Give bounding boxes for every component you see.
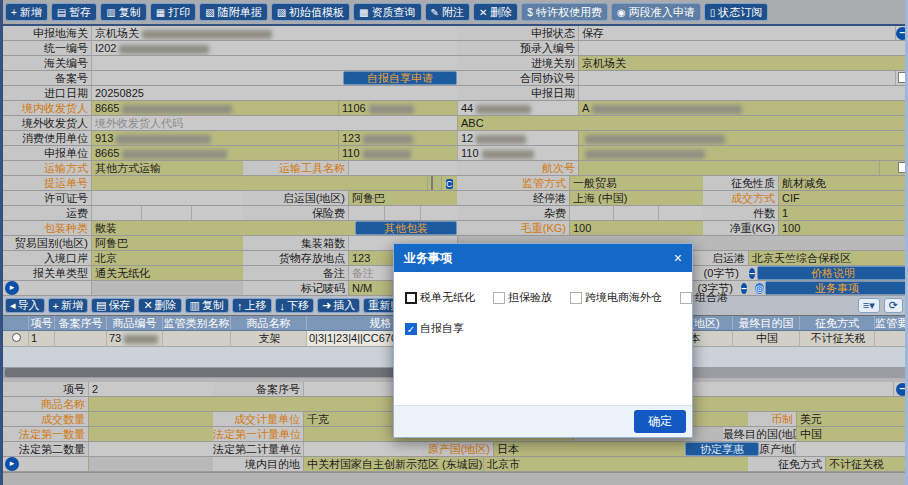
declare-unit-name-field[interactable]	[578, 146, 908, 160]
declare-customs-field[interactable]: 京机场关	[91, 26, 457, 40]
move-down-button[interactable]: ↓下移	[275, 298, 315, 313]
declare-date-field[interactable]	[578, 86, 908, 100]
domestic-party-code-field[interactable]: 8665	[91, 101, 338, 115]
copy-item-button[interactable]: ▥复制	[185, 298, 229, 313]
bill-checkbox[interactable]	[431, 176, 433, 190]
close-icon[interactable]: ×	[674, 250, 682, 266]
attached-docs-button[interactable]: ▧随附单据	[199, 3, 267, 21]
domestic-party-code2-field[interactable]: 1106	[338, 101, 457, 115]
depart-country-field[interactable]: 阿鲁巴	[348, 191, 457, 205]
dest-city-field[interactable]: 北京市	[483, 457, 748, 471]
crossborder-warehouse-checkbox[interactable]	[570, 292, 582, 304]
column-header[interactable]: 备案序号	[55, 316, 107, 330]
insert-button[interactable]: ➜插入	[317, 298, 360, 313]
insurance-field-2[interactable]	[384, 206, 420, 220]
transport-name-field[interactable]	[348, 161, 457, 175]
import-date-field[interactable]: 20250825	[91, 86, 457, 100]
copy-button[interactable]: ▥复制	[100, 3, 146, 21]
overseas-party-code-field[interactable]: 境外收发货人代码	[91, 116, 457, 130]
item-collapse-icon[interactable]: −	[896, 383, 908, 396]
save-item-button[interactable]: ▤保存	[91, 298, 135, 313]
refresh-button[interactable]: ⟳	[884, 298, 903, 313]
freight-field-3[interactable]	[191, 206, 243, 220]
collapse-icon[interactable]: −	[896, 27, 908, 40]
new-button[interactable]: +新增	[5, 3, 48, 21]
freight-field-2[interactable]	[141, 206, 191, 220]
item-no-field[interactable]: 2	[88, 382, 213, 396]
column-header[interactable]: 项号	[29, 316, 55, 330]
self-declare-apply-button[interactable]: 自报自享申请	[343, 71, 457, 85]
misc-fee-field-3[interactable]	[658, 206, 703, 220]
transport-mode-field[interactable]: 其他方式运输	[91, 161, 243, 175]
misc-fee-field-1[interactable]	[569, 206, 613, 220]
domestic-party-name-field[interactable]: A	[578, 101, 908, 115]
expand-icon[interactable]: ▸	[5, 281, 19, 295]
contract-checkbox[interactable]	[898, 72, 908, 83]
domestic-party-code3-field[interactable]: 44	[457, 101, 578, 115]
net-weight-field[interactable]: 100	[778, 221, 908, 235]
column-header[interactable]: 最终目的国	[733, 316, 800, 330]
unified-no-field[interactable]: I202	[91, 41, 457, 55]
voyage-checkbox[interactable]	[898, 162, 908, 173]
two-stage-access-button[interactable]: ◉两段准入申请	[611, 3, 701, 21]
consume-unit-name-field[interactable]	[578, 131, 908, 145]
supervise-mode-field[interactable]: 一般贸易	[569, 176, 703, 190]
delete-item-button[interactable]: ✕删除	[138, 298, 181, 313]
item-tax-mode-field[interactable]: 不计征关税	[825, 457, 908, 471]
royalty-fee-button[interactable]: $特许权使用费	[521, 3, 608, 21]
item-expand-icon[interactable]: ▸	[5, 457, 19, 471]
paperless-tax-checkbox[interactable]	[405, 292, 417, 304]
depart-port-field[interactable]: 北京天竺综合保税区	[748, 251, 908, 265]
guarantee-release-checkbox[interactable]	[493, 292, 505, 304]
add-item-button[interactable]: +新增	[48, 298, 88, 313]
status-subscribe-button[interactable]: ▯状态订阅	[704, 3, 769, 21]
legal-unit2-field[interactable]	[303, 442, 423, 456]
price-collapse-icon[interactable]: −	[749, 268, 755, 279]
origin-country-field[interactable]: 日本	[493, 442, 685, 456]
currency-field[interactable]: 美元	[796, 412, 908, 426]
customs-no-field[interactable]	[91, 56, 457, 70]
column-menu-button[interactable]: ≡▾	[858, 298, 880, 313]
column-header[interactable]: 商品名称	[231, 316, 307, 330]
bill-no-field[interactable]	[91, 176, 427, 190]
biz-collapse-icon[interactable]: −	[741, 283, 747, 294]
consume-unit-code-field[interactable]: 913	[91, 131, 338, 145]
origin-region-field[interactable]	[795, 442, 908, 456]
confirm-button[interactable]: 确定	[634, 410, 686, 433]
column-header[interactable]: 商品编号	[107, 316, 163, 330]
declare-unit-code3-field[interactable]: 110	[457, 146, 578, 160]
insurance-field-3[interactable]	[420, 206, 457, 220]
agreement-benefit-button[interactable]: 协定享惠	[685, 442, 759, 456]
voyage-no-field[interactable]	[578, 161, 879, 175]
insurance-field-1[interactable]	[348, 206, 384, 220]
freight-field-1[interactable]	[91, 206, 141, 220]
column-header[interactable]: 征免方式	[800, 316, 875, 330]
deal-qty-field[interactable]	[88, 412, 213, 426]
entry-customs-field[interactable]: 京机场关	[578, 56, 908, 70]
misc-fee-field-2[interactable]	[613, 206, 658, 220]
delete-button[interactable]: ✕删除	[473, 3, 518, 21]
column-header[interactable]: 监管要求	[875, 316, 908, 330]
stop-port-field[interactable]: 上海 (中国)	[569, 191, 703, 205]
biz-history-icon[interactable]: ◎	[755, 283, 764, 294]
contract-no-field[interactable]	[578, 71, 895, 85]
row-radio[interactable]	[12, 333, 21, 342]
pre-entry-no-field[interactable]	[578, 41, 908, 55]
gross-weight-field[interactable]: 100	[569, 221, 703, 235]
legal-qty1-field[interactable]	[88, 427, 213, 441]
record-no-field[interactable]	[91, 71, 343, 85]
bill-lookup-icon[interactable]: C	[446, 179, 453, 189]
entry-port-field[interactable]: 北京	[91, 251, 243, 265]
consume-unit-code3-field[interactable]: 12	[457, 131, 578, 145]
combined-port-checkbox[interactable]	[680, 292, 692, 304]
column-header[interactable]: 监管类别名称	[163, 316, 231, 330]
qualification-query-button[interactable]: ▩资质查询	[353, 3, 421, 21]
trade-country-field[interactable]: 阿鲁巴	[91, 236, 243, 250]
package-type-field[interactable]: 散装	[91, 221, 355, 235]
move-up-button[interactable]: ↑上移	[232, 298, 272, 313]
license-no-field[interactable]	[91, 191, 243, 205]
piece-num-field[interactable]: 1	[778, 206, 908, 220]
dest-place-field[interactable]: 中关村国家自主创新示范区 (东城园)	[303, 457, 483, 471]
decl-type-field[interactable]: 通关无纸化	[91, 266, 243, 280]
deal-mode-field[interactable]: CIF	[778, 191, 908, 205]
